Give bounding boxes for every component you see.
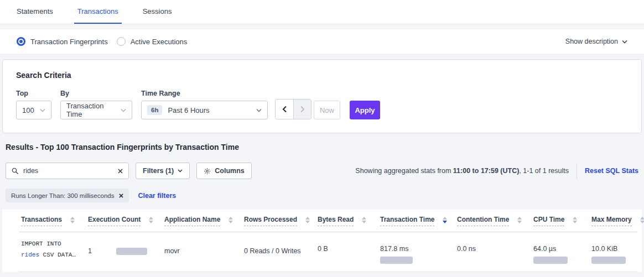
by-label: By [60,90,132,97]
time-range-badge: 6h [147,105,162,115]
sort-icon[interactable] [228,217,233,225]
radio-transaction-fingerprints[interactable]: Transaction Fingerprints [17,37,108,46]
aggregated-stats-text: Showing aggregated stats from 11:00 to 1… [355,167,569,175]
tab-statements[interactable]: Statements [13,0,56,24]
search-input[interactable] [23,167,113,175]
chevron-down-icon [622,40,627,44]
rows-processed-cell: 0 Reads / 0 Writes [242,238,315,255]
by-select[interactable]: Transaction Time [60,101,132,119]
search-criteria-title: Search Criteria [14,71,630,80]
tab-transactions[interactable]: Transactions [74,0,122,24]
sort-icon[interactable] [305,217,310,225]
time-range-label: Time Range [141,90,268,97]
filter-chip: Runs Longer Than: 300 milliseconds [6,189,129,202]
top-select[interactable]: 100 [16,101,51,119]
sort-icon[interactable] [70,217,75,225]
page-tabs: Statements Transactions Sessions [0,0,644,24]
filters-button[interactable]: Filters (1) [136,163,190,179]
table-row: IMPORT INTO rides CSV DATA… 1 movr 0 Rea… [19,232,637,272]
columns-button[interactable]: Columns [196,163,251,179]
radio-selected-icon [17,37,25,46]
chevron-right-icon [300,106,305,113]
column-header-transactions[interactable]: Transactions [19,216,86,226]
column-header-bytes-read[interactable]: Bytes Read [315,216,378,226]
remove-filter-icon[interactable] [119,194,123,198]
transaction-time-bar [380,257,413,264]
sort-icon[interactable] [517,217,522,225]
next-time-window-button[interactable] [293,100,311,119]
divider [577,164,577,179]
execution-count-cell: 1 [86,238,162,255]
column-header-rows-processed[interactable]: Rows Processed [242,216,315,226]
column-header-application-name[interactable]: Application Name [162,216,242,226]
view-toggle-bar: Transaction Fingerprints Active Executio… [0,29,644,54]
search-icon [12,168,19,175]
chevron-down-icon [121,108,126,112]
sort-icon[interactable] [149,217,153,225]
sort-icon[interactable] [573,217,577,225]
column-header-cpu-time[interactable]: CPU Time [531,216,589,226]
clear-search-icon[interactable] [118,169,123,174]
top-label: Top [16,90,51,97]
column-header-contention-time[interactable]: Contention Time [455,216,531,226]
time-window-nav [275,99,311,119]
now-button[interactable]: Now [314,101,340,119]
execution-count-bar [116,248,147,255]
max-memory-cell: 10.0 KiB [589,238,637,264]
radio-active-executions[interactable]: Active Executions [117,37,188,46]
reset-sql-stats-link[interactable]: Reset SQL Stats [585,167,638,175]
sort-icon[interactable] [640,217,644,225]
max-memory-bar [591,257,626,264]
results-title: Results - Top 100 Transaction Fingerprin… [6,143,638,151]
application-name-cell: movr [162,238,242,255]
cpu-time-bar [533,257,568,264]
column-header-transaction-time[interactable]: Transaction Time [378,216,455,226]
column-header-execution-count[interactable]: Execution Count [86,216,162,226]
chevron-left-icon [282,106,287,113]
sort-icon[interactable] [362,217,366,225]
clear-filters-link[interactable]: Clear filters [138,192,176,200]
column-header-max-memory[interactable]: Max Memory [589,216,637,226]
results-table: Transactions Execution Count Application… [2,210,642,272]
contention-time-cell: 0.0 ns [455,238,531,253]
chevron-down-icon [178,169,183,173]
bytes-read-cell: 0 B [315,238,378,253]
results-search-box [6,163,129,179]
chevron-down-icon [40,108,45,112]
results-section: Results - Top 100 Transaction Fingerprin… [0,143,644,202]
cpu-time-cell: 64.0 µs [531,238,589,264]
chevron-down-icon [256,108,262,112]
tab-sessions[interactable]: Sessions [139,0,175,24]
previous-time-window-button[interactable] [276,100,293,119]
transaction-fingerprint-link[interactable]: IMPORT INTO rides CSV DATA… [19,238,86,261]
sort-icon[interactable] [443,217,447,225]
table-header-row: Transactions Execution Count Application… [19,210,637,232]
time-range-select[interactable]: 6h Past 6 Hours [141,101,268,119]
search-criteria-card: Search Criteria Top 100 By Transaction T… [2,59,642,133]
transaction-time-cell: 817.8 ms [378,238,455,264]
show-description-toggle[interactable]: Show description [565,38,627,45]
radio-icon [117,37,126,46]
apply-button[interactable]: Apply [350,101,380,119]
gear-icon [204,168,211,175]
